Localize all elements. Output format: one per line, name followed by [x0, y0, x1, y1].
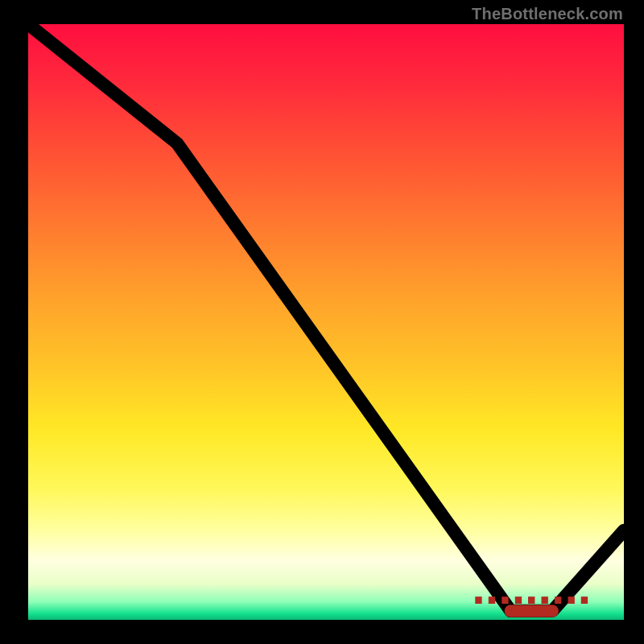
marker-cluster: .........	[472, 560, 591, 614]
watermark-text: TheBottleneck.com	[472, 5, 623, 23]
chart-overlay: .........	[28, 24, 624, 620]
chart-stage: TheBottleneck.com .........	[0, 0, 644, 644]
series-line	[28, 24, 624, 611]
marker-cluster-label: .........	[472, 560, 591, 614]
